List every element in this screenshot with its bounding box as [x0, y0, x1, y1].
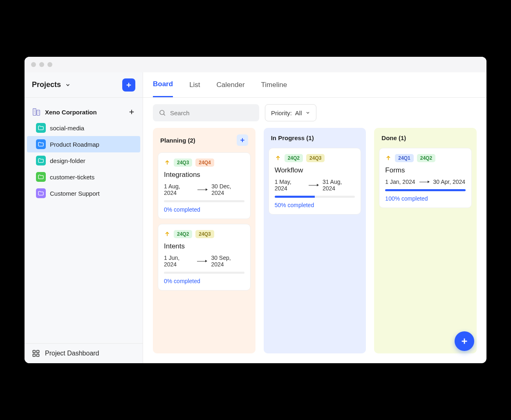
date-range-arrow-icon — [419, 182, 429, 182]
end-date: 30 Apr, 2024 — [433, 179, 466, 185]
search-input[interactable] — [170, 109, 253, 116]
sidebar-item-design-folder[interactable]: design-folder — [25, 152, 143, 169]
add-project-button[interactable] — [122, 78, 135, 92]
progress-bar — [164, 200, 244, 202]
date-range-arrow-icon — [197, 190, 207, 190]
card-dates: 1 Jun, 2024 30 Sep, 2024 — [164, 255, 244, 268]
progress-label: 0% completed — [164, 278, 244, 284]
quarter-tag: 24Q4 — [195, 159, 214, 167]
column-header: Done (1) — [379, 133, 472, 143]
card-title: Forms — [385, 166, 466, 174]
sidebar-item-customer-tickets[interactable]: customer-tickets — [25, 169, 143, 185]
kanban-board: Planning (2) 24Q324Q4 Integrations 1 Aug… — [143, 128, 486, 363]
priority-label: Priority: — [271, 109, 292, 116]
card-top: 24Q124Q2 — [385, 154, 466, 162]
progress-bar — [275, 196, 355, 198]
search-box[interactable] — [153, 104, 259, 121]
projects-dropdown[interactable]: Projects — [32, 80, 71, 89]
folder-icon — [36, 172, 46, 182]
column-add-button[interactable] — [237, 134, 248, 146]
priority-filter[interactable]: Priority: All — [265, 104, 316, 121]
grid-icon — [32, 349, 40, 357]
card-dates: 1 Aug, 2024 30 Dec, 2024 — [164, 183, 244, 196]
tab-calender[interactable]: Calender — [217, 72, 245, 97]
sidebar-item-social-media[interactable]: social-media — [25, 120, 143, 136]
end-date: 30 Sep, 2024 — [211, 255, 244, 268]
end-date: 31 Aug, 2024 — [323, 179, 355, 192]
plus-icon — [128, 108, 135, 116]
svg-rect-3 — [37, 110, 40, 115]
priority-arrow-up-icon — [385, 155, 392, 161]
projects-label: Projects — [32, 80, 61, 89]
card-title: Workflow — [275, 166, 355, 174]
sidebar-item-product-roadmap[interactable]: Product Roadmap — [27, 136, 140, 152]
date-range-arrow-icon — [197, 261, 207, 261]
card-dates: 1 Jan, 2024 30 Apr, 2024 — [385, 179, 466, 185]
task-card[interactable]: 24Q124Q2 Forms 1 Jan, 2024 30 Apr, 2024 … — [379, 148, 472, 208]
org-name: Xeno Corporation — [45, 109, 97, 116]
window-dot[interactable] — [47, 62, 52, 67]
sidebar-item-label: Product Roadmap — [50, 141, 99, 148]
org-row[interactable]: Xeno Corporation — [25, 104, 143, 120]
priority-arrow-up-icon — [164, 159, 170, 166]
sidebar: Projects Xeno Corporation s — [25, 72, 143, 363]
column-header: Planning (2) — [158, 133, 251, 147]
folder-icon — [36, 156, 46, 165]
quarter-tag: 24Q3 — [306, 154, 325, 162]
date-range-arrow-icon — [309, 185, 318, 185]
priority-arrow-up-icon — [164, 231, 170, 237]
sidebar-item-label: design-folder — [50, 157, 85, 164]
project-tree: Xeno Corporation social-mediaProduct Roa… — [25, 98, 143, 343]
project-dashboard-link[interactable]: Project Dashboard — [25, 343, 143, 363]
start-date: 1 Jun, 2024 — [164, 255, 193, 268]
card-top: 24Q224Q3 — [275, 154, 355, 162]
quarter-tag: 24Q2 — [417, 154, 435, 162]
start-date: 1 May, 2024 — [275, 179, 305, 192]
plus-icon — [239, 137, 246, 143]
column-title: Done (1) — [381, 134, 406, 141]
chevron-down-icon — [305, 110, 310, 115]
column-title: In Progress (1) — [271, 134, 314, 141]
start-date: 1 Jan, 2024 — [385, 179, 415, 185]
svg-rect-2 — [33, 109, 36, 116]
quarter-tag: 24Q3 — [174, 159, 192, 167]
end-date: 30 Dec, 2024 — [211, 183, 244, 196]
column-progress: In Progress (1) 24Q224Q3 Workflow 1 May,… — [264, 128, 366, 353]
folder-icon — [36, 139, 46, 149]
card-title: Integrations — [164, 171, 244, 179]
column-planning: Planning (2) 24Q324Q4 Integrations 1 Aug… — [153, 128, 256, 353]
folder-icon — [36, 123, 46, 133]
task-card[interactable]: 24Q324Q4 Integrations 1 Aug, 2024 30 Dec… — [158, 152, 251, 219]
tab-board[interactable]: Board — [153, 72, 173, 97]
tab-list[interactable]: List — [189, 72, 200, 97]
folder-icon — [36, 188, 46, 198]
priority-arrow-up-icon — [275, 155, 281, 161]
quarter-tag: 24Q3 — [195, 230, 214, 238]
tab-timeline[interactable]: Timeline — [261, 72, 287, 97]
card-top: 24Q224Q3 — [164, 230, 244, 238]
task-card[interactable]: 24Q224Q3 Workflow 1 May, 2024 31 Aug, 20… — [269, 148, 361, 214]
fab-add-button[interactable] — [455, 331, 474, 351]
add-folder-button[interactable] — [128, 108, 135, 116]
window-dot[interactable] — [31, 62, 36, 67]
dashboard-label: Project Dashboard — [45, 350, 99, 357]
plus-icon — [125, 81, 132, 89]
column-header: In Progress (1) — [269, 133, 361, 143]
svg-rect-13 — [33, 354, 36, 357]
sidebar-item-customer-support[interactable]: Customer Support — [25, 185, 143, 201]
view-tabs: BoardListCalenderTimeline — [143, 72, 486, 98]
svg-rect-12 — [37, 351, 39, 353]
start-date: 1 Aug, 2024 — [164, 183, 193, 196]
sidebar-item-label: customer-tickets — [50, 174, 94, 181]
svg-line-16 — [164, 114, 165, 115]
progress-bar — [164, 272, 244, 274]
sidebar-header: Projects — [25, 72, 143, 98]
progress-bar — [385, 189, 466, 191]
app-window: Projects Xeno Corporation s — [25, 57, 486, 363]
building-icon — [32, 107, 41, 116]
column-title: Planning (2) — [160, 137, 195, 144]
card-dates: 1 May, 2024 31 Aug, 2024 — [275, 179, 355, 192]
task-card[interactable]: 24Q224Q3 Intents 1 Jun, 2024 30 Sep, 202… — [158, 224, 251, 290]
window-dot[interactable] — [39, 62, 44, 67]
svg-rect-11 — [33, 351, 36, 353]
